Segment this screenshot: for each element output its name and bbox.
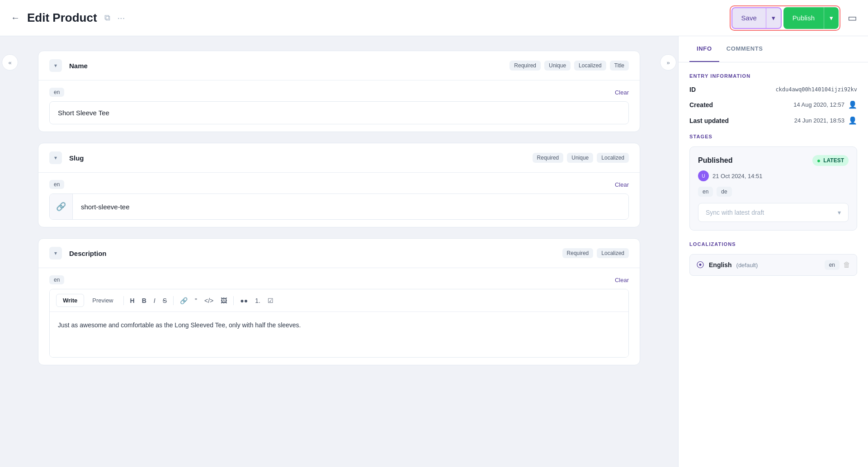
toolbar-divider-3 [233, 296, 234, 305]
slug-locale-row: en Clear [49, 180, 629, 189]
ordered-list-button[interactable]: 1. [252, 295, 263, 306]
save-label: Save [732, 8, 766, 28]
name-field-body: en Clear [38, 80, 640, 132]
left-collapse-button[interactable]: « [2, 54, 18, 71]
description-field-left: ▾ Description [49, 247, 107, 259]
publish-label: Publish [783, 7, 824, 29]
italic-button[interactable]: I [151, 295, 158, 306]
description-badge-localized: Localized [597, 248, 629, 258]
more-options-icon[interactable]: ··· [118, 13, 125, 23]
description-field-badges: Required Localized [562, 248, 629, 258]
name-field-header: ▾ Name Required Unique Localized Title [38, 51, 640, 80]
slug-field-badges: Required Unique Localized [533, 153, 629, 163]
checklist-button[interactable]: ☑ [265, 295, 276, 306]
latest-badge: ● LATEST [812, 155, 849, 166]
localization-radio-icon[interactable]: ⦿ [696, 260, 704, 270]
slug-input[interactable] [73, 196, 628, 218]
name-field-badges: Required Unique Localized Title [509, 61, 629, 71]
name-field-label: Name [69, 62, 88, 70]
description-content[interactable]: Just as awesome and comfortable as the L… [50, 312, 628, 357]
name-badge-unique: Unique [544, 61, 571, 71]
top-bar-right: Save ▾ Publish ▾ ▭ [730, 5, 857, 31]
stage-date-value: 21 Oct 2024, 14:51 [712, 173, 763, 179]
description-field-label: Description [69, 250, 107, 257]
save-arrow-icon: ▾ [766, 8, 781, 28]
publish-arrow-icon: ▾ [824, 7, 839, 29]
slug-clear-button[interactable]: Clear [615, 181, 629, 188]
name-locale-row: en Clear [49, 88, 629, 97]
stage-locale-en: en [698, 187, 713, 197]
name-clear-button[interactable]: Clear [615, 89, 629, 96]
id-label: ID [689, 86, 696, 93]
panel-toggle-button[interactable]: ▭ [848, 12, 857, 24]
content-area: ▾ Name Required Unique Localized Title e… [20, 36, 658, 467]
stage-locales: en de [698, 187, 849, 197]
created-row: Created 14 Aug 2020, 12:57 👤 [689, 100, 857, 109]
slug-field-body: en Clear 🔗 [38, 173, 640, 227]
description-field-section: ▾ Description Required Localized en Clea… [38, 238, 640, 365]
right-collapse-area: » [658, 36, 678, 467]
sidebar-info-content: ENTRY INFORMATION ID ckdu4awq00h140104ij… [679, 62, 868, 287]
slug-input-wrapper: 🔗 [49, 193, 629, 220]
image-button[interactable]: 🖼 [218, 295, 230, 306]
right-collapse-button[interactable]: » [660, 54, 676, 71]
stage-avatar: U [698, 170, 709, 181]
right-sidebar: INFO COMMENTS ENTRY INFORMATION ID ckdu4… [678, 36, 868, 467]
sidebar-tabs: INFO COMMENTS [679, 36, 868, 62]
slug-badge-localized: Localized [597, 153, 629, 163]
name-badge-title: Title [610, 61, 629, 71]
toolbar-divider [123, 296, 124, 305]
slug-collapse-button[interactable]: ▾ [49, 151, 62, 164]
top-bar: ← Edit Product ⧉ ··· Save ▾ Publish ▾ ▭ [0, 0, 868, 36]
stages-header: Published ● LATEST [698, 155, 849, 166]
name-badge-localized: Localized [574, 61, 606, 71]
slug-badge-required: Required [533, 153, 564, 163]
left-collapse-area: « [0, 36, 20, 467]
heading-button[interactable]: H [127, 295, 137, 306]
copy-icon[interactable]: ⧉ [104, 13, 110, 23]
back-button[interactable]: ← [11, 13, 20, 23]
link-button[interactable]: 🔗 [177, 295, 190, 306]
id-value: ckdu4awq00h140104ijzi92kv [775, 86, 857, 93]
strikethrough-button[interactable]: S [160, 295, 170, 306]
name-collapse-button[interactable]: ▾ [49, 59, 62, 72]
write-tab[interactable]: Write [56, 294, 84, 307]
sync-arrow-icon: ▾ [838, 209, 841, 216]
localization-default-label: (default) [736, 262, 758, 269]
save-button[interactable]: Save ▾ [731, 7, 782, 29]
main-layout: « ▾ Name Required Unique Localized Title [0, 36, 868, 467]
description-clear-button[interactable]: Clear [615, 277, 629, 283]
slug-field-section: ▾ Slug Required Unique Localized en Clea… [38, 143, 640, 227]
sync-button[interactable]: Sync with latest draft ▾ [698, 203, 849, 222]
slug-badge-unique: Unique [567, 153, 593, 163]
tab-comments[interactable]: COMMENTS [719, 36, 770, 62]
created-user-icon: 👤 [848, 100, 857, 109]
created-label: Created [689, 101, 713, 108]
latest-dot-icon: ● [817, 157, 821, 164]
created-value: 14 Aug 2020, 12:57 [793, 101, 844, 108]
entry-information-label: ENTRY INFORMATION [689, 73, 857, 79]
latest-label: LATEST [823, 157, 844, 164]
updated-user-icon: 👤 [848, 116, 857, 125]
name-input[interactable] [49, 101, 629, 124]
publish-button[interactable]: Publish ▾ [783, 7, 839, 29]
toolbar-divider-2 [173, 296, 174, 305]
code-button[interactable]: </> [202, 295, 216, 306]
quote-button[interactable]: " [192, 295, 200, 306]
preview-tab[interactable]: Preview [86, 294, 119, 307]
description-field-header: ▾ Description Required Localized [38, 239, 640, 268]
stages-label: STAGES [689, 134, 857, 139]
bold-button[interactable]: B [139, 295, 149, 306]
description-collapse-button[interactable]: ▾ [49, 247, 62, 259]
page-title: Edit Product [27, 11, 97, 25]
slug-field-label: Slug [69, 154, 84, 162]
left-area: « ▾ Name Required Unique Localized Title [0, 36, 678, 467]
slug-field-left: ▾ Slug [49, 151, 84, 164]
localizations-label: LOCALIZATIONS [689, 241, 857, 247]
rich-text-toolbar: Write Preview H B I S 🔗 " </> 🖼 [50, 289, 628, 312]
top-bar-left: ← Edit Product ⧉ ··· [11, 11, 125, 25]
id-row: ID ckdu4awq00h140104ijzi92kv [689, 86, 857, 93]
localization-delete-icon[interactable]: 🗑 [843, 261, 850, 269]
unordered-list-button[interactable]: ●● [237, 295, 250, 306]
tab-info[interactable]: INFO [689, 36, 719, 62]
